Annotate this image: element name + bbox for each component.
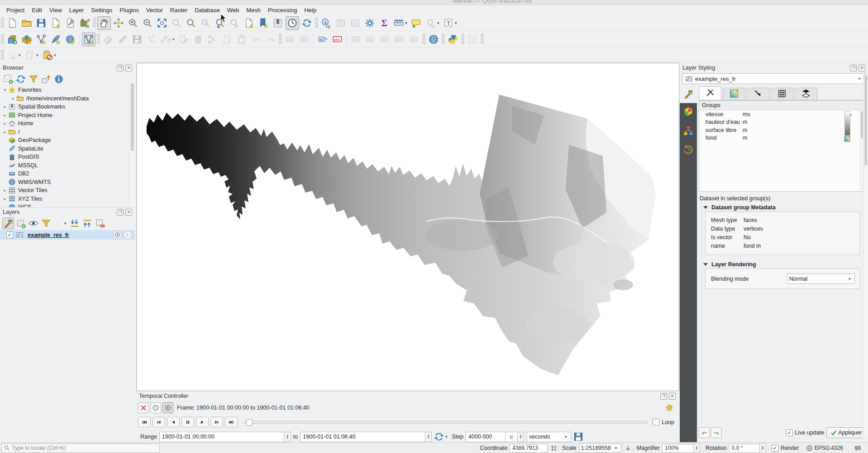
menu-processing[interactable]: Processing	[264, 6, 300, 14]
layout-manager-button[interactable]	[63, 16, 77, 30]
range-from-input[interactable]: 1900-01-01 00:00:00	[159, 432, 285, 442]
skip-to-start-button[interactable]	[138, 417, 151, 427]
export-animation-button[interactable]	[572, 430, 585, 444]
mesh-3d-strip-button[interactable]	[683, 107, 694, 119]
zoom-to-selection-button[interactable]	[170, 16, 183, 30]
browser-item-geopackage[interactable]: GeoPackage	[0, 136, 135, 145]
browser-item-favorites[interactable]: ▾Favorites	[0, 86, 135, 94]
filter-legend-button[interactable]	[40, 217, 52, 229]
coordinate-input[interactable]: 4388,7913	[510, 444, 548, 453]
step-unit-combo[interactable]: seconds▾	[527, 432, 571, 442]
new-print-layout-button[interactable]	[49, 16, 62, 30]
group-row-hauteur[interactable]: hauteur d'eaum	[699, 118, 864, 127]
tab-mesh-frame[interactable]	[771, 88, 793, 100]
previous-frame-button[interactable]	[153, 417, 165, 427]
crs-value[interactable]: EPSG:4326	[815, 445, 843, 451]
processing-toolbox-button[interactable]	[363, 16, 377, 30]
tab-contours[interactable]	[723, 88, 745, 100]
measure-dropdown-arrow[interactable]: ▾	[405, 21, 409, 25]
redo-button[interactable]	[264, 33, 277, 46]
temporal-off-button[interactable]	[138, 402, 149, 413]
toolbar-handle[interactable]	[442, 34, 445, 45]
open-attribute-table-button[interactable]	[334, 16, 348, 30]
add-delimited-text-layer-button[interactable]	[49, 33, 62, 46]
layer-diagram-button[interactable]: abc	[298, 33, 311, 46]
step-spinner[interactable]: ▲▼	[518, 432, 524, 442]
history-strip-button[interactable]	[683, 144, 694, 156]
browser-item-db2[interactable]: DB2DB2	[0, 170, 135, 178]
save-project-button[interactable]	[34, 16, 48, 30]
apply-button[interactable]: Appliquer	[826, 427, 866, 438]
metadata-section-header[interactable]: Dataset group Metadata	[703, 204, 864, 211]
temporal-slider[interactable]	[244, 421, 648, 424]
add-mesh-layer-button[interactable]	[63, 33, 77, 46]
pause-button[interactable]	[181, 417, 194, 427]
group-row-surface[interactable]: surface librem	[699, 126, 864, 134]
browser-float-button[interactable]: ❐	[117, 65, 124, 71]
show-bookmarks-button[interactable]	[271, 16, 285, 30]
zoom-out-button[interactable]	[141, 16, 154, 30]
filter-expression-dropdown-arrow[interactable]: ▾	[64, 221, 68, 226]
help-contents-button[interactable]: ?	[466, 33, 479, 46]
remove-layer-button[interactable]	[94, 217, 106, 229]
change-label-button[interactable]: abc	[378, 33, 392, 46]
scale-combo[interactable]: 1:25189558▾	[579, 444, 621, 453]
new-project-button[interactable]	[5, 16, 19, 30]
live-update-checkbox[interactable]: ✓	[786, 429, 793, 436]
browser-item-home[interactable]: ▸Home	[0, 119, 135, 128]
menu-help[interactable]: Help	[300, 6, 320, 14]
styling-undo-button[interactable]	[699, 427, 710, 438]
toolbar-handle[interactable]	[315, 18, 318, 28]
collapse-all-button[interactable]	[40, 73, 52, 85]
refresh-browser-button[interactable]	[15, 73, 27, 85]
locate-input[interactable]: Type to locate (Ctrl+K)	[1, 444, 160, 453]
show-statistics-button[interactable]: Σ	[377, 16, 391, 30]
add-selected-layers-button[interactable]	[2, 73, 14, 85]
skip-to-end-button[interactable]	[225, 417, 238, 427]
browser-item-spatialite[interactable]: SpatiaLite	[0, 145, 135, 153]
invert-selection-button[interactable]	[23, 48, 37, 62]
browser-scrollbar[interactable]	[129, 82, 135, 206]
temporal-animated-button[interactable]	[162, 402, 173, 413]
styling-layer-combo[interactable]: example_res_fr ▾	[682, 73, 866, 84]
symbology-strip-button[interactable]	[682, 87, 695, 101]
select-features-button[interactable]	[5, 48, 19, 62]
new-map-view-button[interactable]	[242, 16, 256, 30]
range-to-input[interactable]: 1900-01-01 01:06:40	[300, 432, 425, 442]
paste-features-disabled-button[interactable]	[41, 48, 54, 62]
current-edits-button[interactable]	[101, 33, 115, 46]
mesh-digitizing-button[interactable]	[82, 33, 95, 46]
zoom-next-button[interactable]	[228, 16, 241, 30]
menu-database[interactable]: Database	[191, 6, 224, 14]
metasearch-button[interactable]	[427, 33, 440, 46]
manage-map-themes-button[interactable]	[28, 217, 39, 229]
browser-item-spatial-bookmarks[interactable]: ▸Spatial Bookmarks	[0, 103, 135, 111]
menu-vector[interactable]: Vector	[143, 6, 167, 14]
pin-labels-button[interactable]: abc	[331, 33, 344, 46]
temporal-controller-button[interactable]	[286, 16, 299, 30]
properties-widget-button[interactable]	[53, 73, 65, 85]
open-project-button[interactable]	[20, 16, 33, 30]
add-vector-layer-button[interactable]	[20, 33, 33, 46]
copy-label-button[interactable]: abc	[393, 33, 406, 46]
invert-selection-dropdown-arrow[interactable]: ▾	[36, 53, 40, 57]
filter-expression-button[interactable]: ε	[53, 217, 65, 229]
expand-all-button[interactable]	[69, 217, 81, 229]
layer-temporal-badge[interactable]	[113, 231, 122, 239]
rendering-section-header[interactable]: Layer Rendering	[703, 261, 864, 268]
layer-labeling-button[interactable]: abc	[283, 33, 297, 46]
tab-vectors[interactable]	[747, 88, 769, 100]
delete-selected-button[interactable]	[191, 33, 205, 46]
magnifier-spinner[interactable]: ▲▼	[694, 444, 700, 453]
vertex-tool-dropdown-arrow[interactable]: ▾	[172, 37, 176, 42]
menu-raster[interactable]: Raster	[167, 6, 191, 14]
data-source-manager-button[interactable]	[5, 33, 19, 46]
identify-features-button[interactable]: i	[320, 16, 333, 30]
group-row-vitesse[interactable]: vitessems	[699, 110, 864, 118]
refresh-map-button[interactable]	[300, 16, 314, 30]
temporal-float-button[interactable]: ❐	[660, 393, 667, 400]
annotation-dropdown-arrow[interactable]: ▾	[455, 21, 459, 25]
undo-button[interactable]	[249, 33, 263, 46]
blending-mode-combo[interactable]: Normal▾	[787, 274, 855, 284]
crs-globe-icon[interactable]	[806, 445, 813, 452]
